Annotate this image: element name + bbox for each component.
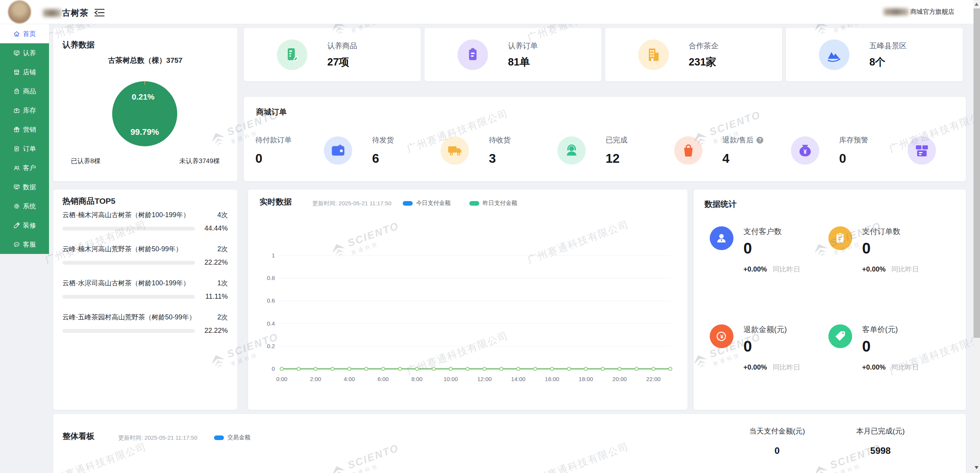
sidebar-item-label: 数据 bbox=[23, 183, 36, 191]
sidebar-item-data[interactable]: 数据 bbox=[0, 177, 49, 196]
data-stat-refund-amount: ¥ 退款金额(元) 0 +0.00% 同比昨日 bbox=[710, 324, 800, 372]
top5-goods-count: 2次 bbox=[217, 313, 228, 322]
vertical-scrollbar[interactable] bbox=[973, 0, 980, 473]
help-icon[interactable]: ? bbox=[756, 137, 763, 144]
stat-card-label: 认养商品 bbox=[327, 41, 357, 51]
marketing-icon bbox=[13, 126, 20, 133]
svg-text:16:00: 16:00 bbox=[545, 376, 559, 382]
price-tag-icon bbox=[828, 324, 852, 348]
warning-box-icon bbox=[908, 136, 936, 165]
mall-stat-value: 6 bbox=[372, 151, 394, 166]
svg-text:1: 1 bbox=[272, 252, 275, 259]
data-stat-label: 退款金额(元) bbox=[743, 324, 800, 335]
sidebar-item-label: 库存 bbox=[23, 106, 36, 115]
mall-stat-stock-warning[interactable]: 库存预警 0 bbox=[839, 128, 956, 173]
top5-progress-track bbox=[62, 261, 195, 265]
sidebar-item-goods[interactable]: 商品 bbox=[0, 82, 49, 101]
svg-text:4:00: 4:00 bbox=[344, 376, 355, 382]
top5-row: 云栖·水浕司高山古树茶（树龄100-199年） 1次 11.11% bbox=[62, 278, 228, 301]
orders-icon bbox=[13, 145, 20, 152]
pie-label-unadopted: 99.79% bbox=[101, 127, 189, 137]
mall-stat-completed[interactable]: 已完成 12 bbox=[606, 128, 722, 173]
sidebar-item-label: 营销 bbox=[23, 125, 36, 134]
data-stat-pay-orders: 支付订单数 0 +0.00% 同比昨日 bbox=[828, 226, 919, 274]
customers-icon bbox=[13, 164, 20, 172]
mall-stat-pending-shipment[interactable]: 待发货 6 bbox=[372, 128, 489, 173]
store-avatar bbox=[8, 0, 31, 23]
svg-text:6:00: 6:00 bbox=[377, 376, 389, 382]
data-stat-avg-price: 客单价(元) 0 +0.00% 同比昨日 bbox=[828, 324, 919, 372]
sidebar-item-label: 客户 bbox=[23, 164, 36, 172]
mall-stat-label: 待发货 bbox=[372, 135, 394, 145]
legend-label-yesterday: 昨日支付金额 bbox=[483, 200, 517, 207]
sidebar-item-label: 系统 bbox=[23, 202, 36, 211]
pie-chart-title: 古茶树总数（棵）3757 bbox=[53, 56, 237, 65]
stat-card-tea-company[interactable]: 合作茶企 231家 bbox=[605, 28, 782, 81]
mall-stat-value: 0 bbox=[255, 151, 292, 166]
stat-card-label: 五峰县景区 bbox=[869, 41, 907, 51]
data-stat-label: 支付客户数 bbox=[743, 226, 800, 237]
top5-row: 云栖·楠木河高山古树茶（树龄100-199年） 4次 44.44% bbox=[62, 210, 228, 232]
store-name: 商城官方旗舰店 bbox=[910, 8, 955, 16]
top5-goods-name: 云栖·楠木河高山古树茶（树龄100-199年） bbox=[62, 210, 190, 219]
mall-stat-refund-aftersale[interactable]: 退款/售后? 4 ¥ bbox=[722, 128, 839, 173]
data-stat-delta: +0.00% bbox=[743, 363, 767, 371]
adopt-icon bbox=[13, 49, 20, 57]
legend-yesterday-pay[interactable]: 昨日支付金额 bbox=[469, 200, 517, 207]
legend-today-pay[interactable]: 今日支付金额 bbox=[403, 200, 451, 207]
mall-stat-pending-receipt[interactable]: 待收货 3 bbox=[489, 128, 606, 173]
data-stat-delta: +0.00% bbox=[743, 265, 767, 273]
sidebar-item-label: 装修 bbox=[23, 221, 36, 230]
legend-trade-amount[interactable]: 交易金额 bbox=[214, 434, 250, 441]
sidebar-item-home[interactable]: 首页 bbox=[0, 24, 49, 43]
stat-card-adopt-goods[interactable]: 认养商品 27项 bbox=[244, 28, 421, 81]
data-statistics-card: 数据统计 支付客户数 0 +0.00% 同比昨日 支付订单数 0 +0.00% … bbox=[694, 190, 966, 410]
scrollbar-up-arrow-icon[interactable] bbox=[973, 2, 980, 8]
mall-stat-value: 12 bbox=[606, 151, 627, 166]
sidebar-item-label: 客服 bbox=[23, 240, 36, 249]
sidebar-item-customers[interactable]: 客户 bbox=[0, 158, 49, 177]
legend-pill-yesterday bbox=[469, 201, 479, 206]
top5-row: 云峰·五峰茶园村高山荒野茶（树龄50-99年） 2次 22.22% bbox=[62, 313, 228, 335]
top5-goods-percent: 44.44% bbox=[195, 224, 228, 232]
data-stat-label: 支付订单数 bbox=[862, 226, 919, 237]
svg-text:0: 0 bbox=[272, 365, 275, 372]
scrollbar-thumb[interactable] bbox=[973, 8, 980, 338]
redacted-brand-prefix bbox=[43, 9, 61, 17]
top5-progress-track bbox=[62, 295, 195, 299]
scrollbar-down-arrow-icon[interactable] bbox=[973, 465, 980, 471]
adoption-card-title: 认养数据 bbox=[62, 39, 95, 50]
overview-title: 整体看板 bbox=[62, 431, 95, 442]
today-pay-amount-value: 0 bbox=[731, 445, 823, 456]
data-stat-delta: +0.00% bbox=[862, 363, 886, 371]
sidebar-item-shop[interactable]: 店铺 bbox=[0, 62, 49, 82]
hot-goods-top5-card: 热销商品TOP5 云栖·楠木河高山古树茶（树龄100-199年） 4次 44.4… bbox=[53, 190, 237, 410]
tea-company-icon bbox=[638, 39, 669, 70]
sidebar-item-service[interactable]: 客服 bbox=[0, 235, 49, 254]
stat-card-scenic[interactable]: 五峰县景区 8个 bbox=[786, 28, 963, 81]
complete-bag-icon bbox=[674, 136, 702, 165]
sidebar-item-adopt[interactable]: 认养 bbox=[0, 43, 49, 62]
sidebar-item-decorate[interactable]: 装修 bbox=[0, 216, 49, 235]
sidebar-item-label: 店铺 bbox=[23, 68, 36, 77]
stat-card-adopt-orders[interactable]: 认养订单 81单 bbox=[425, 28, 601, 81]
realtime-title: 实时数据 bbox=[260, 196, 292, 207]
sidebar-collapse-icon[interactable] bbox=[94, 8, 105, 17]
stat-card-value: 8个 bbox=[869, 55, 907, 69]
mall-stat-pending-payment[interactable]: 待付款订单 0 bbox=[255, 128, 372, 173]
mall-stat-label: 库存预警 bbox=[839, 135, 868, 145]
brand-name: 古树茶 bbox=[62, 7, 88, 19]
stat-card-value: 27项 bbox=[327, 55, 357, 69]
svg-text:¥: ¥ bbox=[804, 149, 807, 155]
sidebar-item-system[interactable]: 系统 bbox=[0, 196, 49, 216]
mall-stat-value: 3 bbox=[489, 151, 511, 166]
top5-goods-count: 1次 bbox=[217, 278, 228, 288]
sidebar-item-orders[interactable]: 订单 bbox=[0, 139, 49, 158]
stat-card-label: 认养订单 bbox=[508, 41, 538, 51]
sidebar-item-stock[interactable]: 库存 bbox=[0, 101, 49, 120]
brand-title: 古树茶 bbox=[43, 7, 88, 19]
sidebar-item-label: 认养 bbox=[23, 49, 36, 57]
legend-pill-trade bbox=[214, 435, 224, 440]
svg-text:2:00: 2:00 bbox=[310, 376, 321, 382]
sidebar-item-marketing[interactable]: 营销 bbox=[0, 120, 49, 139]
